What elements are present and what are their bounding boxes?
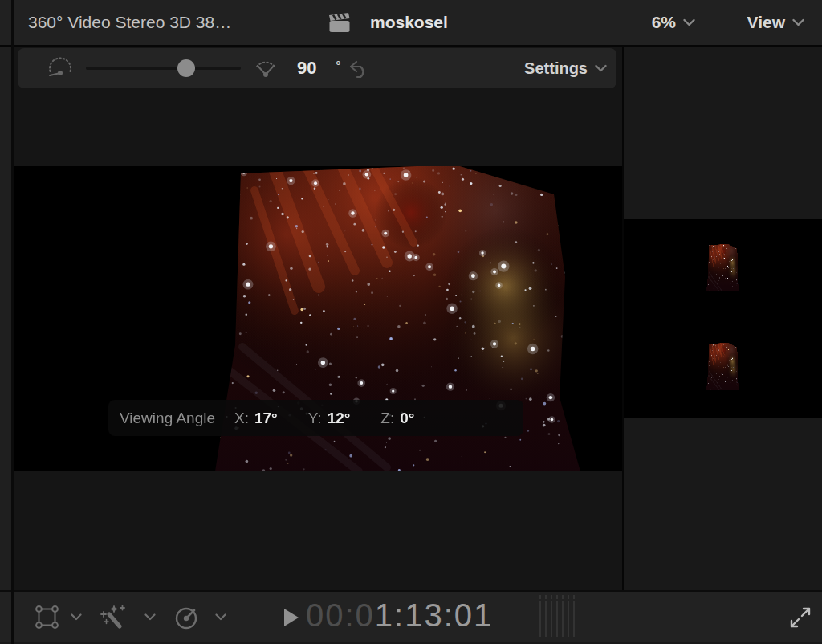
browser-panel: [624, 47, 822, 590]
viewing-angle-overlay: Viewing Angle X: 17° Y: 12° Z: 0°: [108, 400, 523, 436]
scrubber-drag-handle[interactable]: [539, 595, 576, 637]
timecode-display[interactable]: 00:01:13:01: [306, 592, 493, 638]
viewing-angle-label: Viewing Angle: [120, 410, 215, 427]
chevron-down-icon: [215, 613, 226, 621]
retime-menu-button[interactable]: [215, 592, 226, 642]
view-label: View: [747, 13, 785, 32]
y-axis-value: 12°: [328, 410, 351, 427]
fov-angle-value[interactable]: 90: [297, 48, 316, 88]
timecode-value: 1:13:01: [375, 597, 493, 634]
y-axis-label: Y:: [308, 410, 322, 427]
gauge-low-icon: [45, 57, 75, 79]
z-axis-value: 0°: [400, 410, 414, 427]
chevron-down-icon: [144, 613, 156, 621]
fov-slider-thumb[interactable]: [177, 59, 195, 77]
effects-tool-button[interactable]: [98, 592, 125, 642]
project-title: 360° Video Stereo 3D 38…: [28, 0, 231, 45]
x-axis-label: X:: [234, 410, 249, 427]
viewer-area: 90 ° Settings Viewing Angle X: 17° Y: 12…: [14, 47, 622, 592]
zoom-menu-button[interactable]: 6%: [652, 0, 695, 45]
undo-icon[interactable]: [348, 59, 371, 79]
fullscreen-button[interactable]: [788, 592, 812, 642]
chevron-down-icon: [683, 18, 695, 26]
timecode-leading-zeros: 00:0: [306, 597, 375, 634]
transform-icon: [34, 604, 60, 630]
scrubber-stripes-bottom: [539, 601, 576, 637]
effects-menu-button[interactable]: [144, 592, 156, 642]
chevron-down-icon: [792, 18, 804, 26]
left-edge-strip: [0, 47, 11, 592]
transform-menu-button[interactable]: [71, 592, 82, 642]
clip-name: moskosel: [370, 0, 448, 45]
top-bar: 360° Video Stereo 3D 38… moskosel 6% Vie…: [0, 0, 822, 45]
clip-thumbnail-top[interactable]: [706, 243, 740, 293]
video-stage[interactable]: Viewing Angle X: 17° Y: 12° Z: 0°: [14, 166, 622, 471]
chevron-down-icon: [595, 64, 607, 72]
transport-bar: 00:01:13:01: [0, 592, 822, 644]
transform-tool-button[interactable]: [34, 592, 60, 642]
settings-menu-button[interactable]: Settings: [524, 48, 607, 88]
zoom-value: 6%: [652, 13, 676, 32]
chevron-down-icon: [71, 613, 82, 621]
clapperboard-icon: [328, 12, 352, 34]
play-icon: [283, 607, 299, 628]
magic-wand-icon: [98, 604, 125, 631]
gauge-high-icon: [252, 57, 279, 79]
fov-slider[interactable]: [86, 67, 241, 70]
clip-thumbnail-bottom[interactable]: [706, 341, 740, 392]
separator-left: [11, 0, 14, 644]
play-button[interactable]: [283, 592, 299, 642]
expand-arrows-icon: [788, 605, 812, 630]
field-of-view-toolbar: 90 ° Settings: [18, 48, 616, 88]
filmstrip-background: [624, 219, 822, 418]
view-menu-button[interactable]: View: [747, 0, 804, 45]
fov-degree-symbol: °: [336, 48, 341, 88]
retime-tool-button[interactable]: [173, 592, 201, 642]
speedometer-icon: [173, 604, 201, 631]
scrubber-stripes-top: [539, 595, 576, 599]
settings-label: Settings: [524, 59, 588, 78]
z-axis-label: Z:: [380, 410, 394, 427]
x-axis-value: 17°: [254, 410, 278, 427]
